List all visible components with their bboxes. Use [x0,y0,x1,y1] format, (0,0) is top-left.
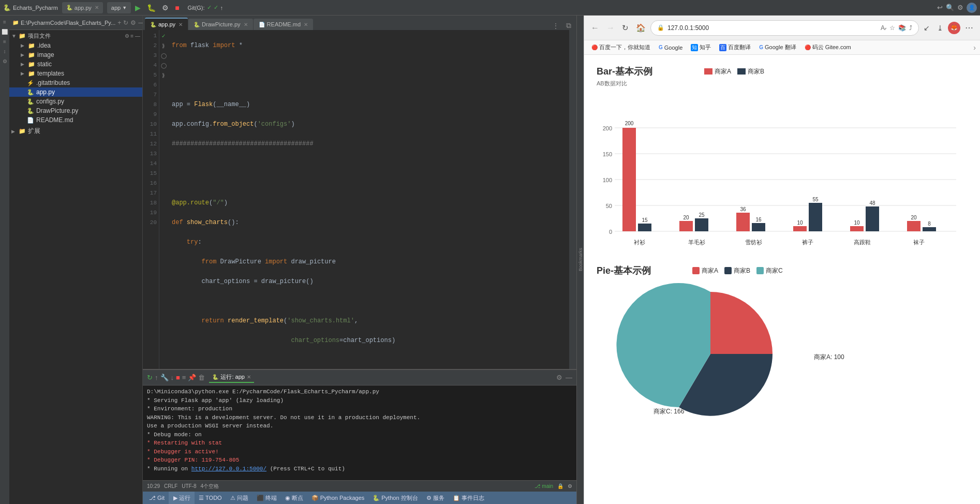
bookmark-gitee[interactable]: 🔴 码云 Gitee.com [801,42,854,52]
terminal-list-btn[interactable]: ≡ [182,374,186,381]
bookmark-baidu-translate[interactable]: 百 百度翻译 [716,42,754,52]
tab-close-draw[interactable]: ✕ [244,22,248,27]
status-branch[interactable]: ⎇ main [534,483,553,489]
editor-scrollbar[interactable] [569,30,576,369]
line-num-1: 1 [143,31,157,41]
bottom-terminal[interactable]: ⬛ 终端 [253,492,281,504]
terminal-trash-btn[interactable]: 🗑 [198,374,205,381]
browser-content[interactable]: Bar-基本示例 商家A 商家B AB数据对比 [584,55,980,504]
terminal-restart-btn[interactable]: ↻ [147,374,153,381]
tree-item-templates[interactable]: ▶ 📁 templates [9,69,142,78]
editor-menu-btn[interactable]: ⋮ [549,22,562,30]
tree-item-image[interactable]: ▶ 📁 image [9,50,142,60]
terminal-body[interactable]: D:\Miniconda3\python.exe E:/PycharmCode/… [143,386,576,480]
browser-back-btn[interactable]: ← [588,22,602,34]
browser-menu-btn[interactable]: ⋯ [962,21,976,34]
tab-close-readme[interactable]: ✕ [304,22,308,27]
bottom-services-label: 服务 [433,494,444,502]
left-icon-4[interactable]: ↕ [3,47,7,56]
term-link[interactable]: http://127.0.0.1:5000/ [191,466,266,472]
bottom-run[interactable]: ▶ 运行 [169,492,195,504]
editor-tab-draw[interactable]: 🐍 DrawPicture.py ✕ [188,19,253,30]
share-icon[interactable]: ⤴ [909,24,912,32]
svg-rect-10 [622,128,636,231]
browser-forward-btn[interactable]: → [604,22,617,34]
add-icon[interactable]: + [117,19,121,26]
run-btn[interactable]: ▶ [133,3,143,13]
sync-icon[interactable]: ↻ [123,19,128,26]
undo-btn[interactable]: ↩ [937,4,943,11]
tree-item-app-py[interactable]: 🐍 app.py [9,87,142,97]
terminal-gear-btn[interactable]: ⚙ [556,374,562,381]
bottom-breakpoints[interactable]: ◉ 断点 [281,492,307,504]
bottom-todo[interactable]: ☰ TODO [195,492,226,504]
toolbar-dropdown[interactable]: app ▼ [107,2,131,13]
top-file-tab[interactable]: 🐍 app.py ✕ [62,2,103,13]
left-icon-3[interactable]: ≡ [3,37,7,46]
svg-text:16: 16 [755,217,762,223]
terminal-close-btn[interactable]: — [566,374,572,381]
status-settings-icon[interactable]: ⚙ [568,483,572,489]
git-check-btn[interactable]: ✓ [207,4,212,11]
terminal-down-btn[interactable]: ↓ [171,374,174,381]
left-icon-2[interactable]: ⬜ [1,27,8,36]
terminal-pin-btn[interactable]: 📌 [188,374,196,381]
tree-item-configs-py[interactable]: 🐍 configs.py [9,97,142,106]
collection-icon[interactable]: 📚 [898,24,906,32]
terminal-tool-btn[interactable]: 🔧 [160,374,169,381]
tree-item-idea[interactable]: ▶ 📁 .idea [9,41,142,50]
star-icon[interactable]: ☆ [889,24,895,32]
bottom-problems[interactable]: ⚠ 问题 [226,492,253,504]
term-line-4: WARNING: This is a development server. D… [147,413,572,422]
terminal-stop-btn[interactable]: ■ [176,374,180,381]
bookmark-google[interactable]: G Google [656,43,686,52]
browser-avatar[interactable]: 🦊 [948,22,960,34]
git-push-btn[interactable]: ↑ [220,5,224,11]
bookmark-zhihu[interactable]: 知 知乎 [688,42,714,52]
left-sidebar-toggle[interactable]: ≡ [1,18,9,26]
browser-history-btn[interactable]: ↙ [921,22,932,34]
editor-split-btn[interactable]: ⧉ [563,21,574,30]
bookmarks-more-btn[interactable]: › [973,43,976,52]
debug-btn[interactable]: 🐛 [145,3,158,13]
tree-item-expand[interactable]: ▶ 📁 扩展 [9,126,142,137]
browser-home-btn[interactable]: 🏠 [633,22,648,34]
tree-item-gitattributes[interactable]: ⚡ .gitattributes [9,78,142,87]
status-spaces[interactable]: 4个空格 [201,483,219,490]
tree-item-static[interactable]: ▶ 📁 static [9,60,142,69]
bookmark-baidu[interactable]: 🔴 百度一下，你就知道 [588,42,654,52]
status-utf8[interactable]: UTF-8 [182,483,196,489]
bottom-python-packages[interactable]: 📦 Python Packages [307,492,369,504]
code-content[interactable]: from flask import * app = Flask(__name__… [168,30,569,369]
bookmarks-side[interactable]: Bookmarks [576,16,584,504]
tree-root-item[interactable]: ▼ 📁 项目文件 ⚙ ≡ — [9,31,142,41]
search-btn[interactable]: 🔍 [946,4,954,11]
bottom-git[interactable]: ⎇ Git [145,492,169,504]
bottom-python-console[interactable]: 🐍 Python 控制台 [368,492,422,504]
svg-text:10: 10 [854,220,860,226]
editor-tab-app[interactable]: 🐍 app.py ✕ [145,18,188,30]
terminal-tab-close[interactable]: ✕ [247,374,251,380]
tab-close-app[interactable]: ✕ [179,22,183,27]
browser-reload-btn[interactable]: ↻ [619,22,631,34]
tree-item-readme[interactable]: 📄 README.md [9,115,142,125]
settings-btn[interactable]: ⚙ [957,4,963,11]
stop-btn[interactable]: ■ [173,3,181,13]
editor-tab-readme[interactable]: 📄 README.md ✕ [254,19,313,30]
browser-download-btn[interactable]: ⤓ [934,22,946,34]
coverage-btn[interactable]: ⚙ [160,3,171,13]
status-crlf[interactable]: CRLF [164,483,177,489]
reader-icon[interactable]: Aᵣ [881,24,886,32]
browser-address-bar[interactable]: 🔒 127.0.0.1:5000 Aᵣ ☆ 📚 ⤴ [650,20,919,36]
settings-tree-icon[interactable]: ⚙ [130,19,136,26]
terminal-up-btn[interactable]: ↑ [155,374,158,381]
bookmark-google-translate[interactable]: G Google 翻译 [756,42,799,52]
bottom-services[interactable]: ⚙ 服务 [422,492,449,504]
bar-chart-title: Bar-基本示例 [597,65,652,78]
git-checkmark-btn[interactable]: ✓ [214,4,218,11]
left-icon-5[interactable]: ⚙ [2,57,8,66]
line-num-8: 8 [143,100,157,110]
bottom-event-log[interactable]: 📋 事件日志 [449,492,488,504]
tree-item-draw-py[interactable]: 🐍 DrawPicture.py [9,106,142,115]
terminal-tab-run[interactable]: 🐍 运行: app ✕ [209,372,254,383]
